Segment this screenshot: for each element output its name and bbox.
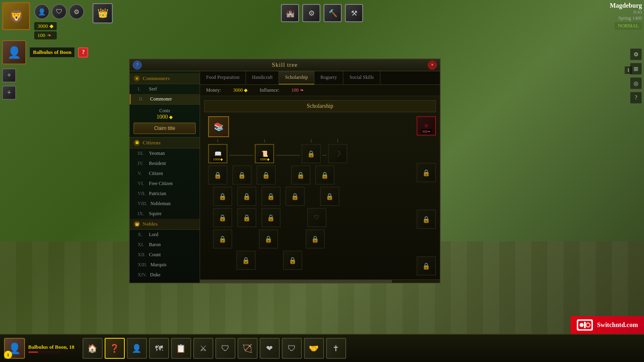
skill-node-6b[interactable]: 🔒 bbox=[283, 251, 302, 270]
nobleman-label: Nobleman bbox=[151, 201, 171, 207]
side-spacer-2 bbox=[404, 184, 436, 208]
bottom-player-info: Balbulus of Boon, 18 bbox=[28, 344, 74, 353]
nobles-label: Nobles bbox=[142, 221, 158, 227]
costs-section: Costs 1000 ◆ Claim title bbox=[130, 104, 200, 138]
char-question-icon[interactable]: ? bbox=[78, 47, 88, 58]
skill-node-5c[interactable]: 🔒 bbox=[305, 229, 325, 249]
skill-node-4d[interactable]: 🛡 bbox=[307, 208, 326, 227]
bottom-btn-bow[interactable]: 🏹 bbox=[237, 338, 258, 359]
root-node-icon: 📚 bbox=[214, 122, 224, 132]
serf-label: Serf bbox=[149, 86, 157, 92]
rank-patrician[interactable]: VII. Patrician bbox=[130, 189, 200, 199]
dialog-help-button[interactable]: ? bbox=[133, 61, 142, 70]
skill-node-side-4[interactable]: 🔒 bbox=[417, 256, 436, 276]
skill-node-4c[interactable]: 🔒 bbox=[261, 208, 281, 227]
tool-btn-4[interactable]: ⚒ bbox=[345, 4, 363, 22]
tab-social-skills[interactable]: Social Skills bbox=[343, 71, 380, 84]
skill-node-2d[interactable]: 🔒 bbox=[291, 165, 310, 185]
scholarship-section-title: Scholarship bbox=[204, 100, 436, 112]
rank-resident[interactable]: IV. Resident bbox=[130, 158, 200, 169]
difficulty-badge: NORMAL bbox=[615, 22, 642, 30]
rank-lord[interactable]: X. Lord bbox=[130, 230, 200, 240]
skill-node-side-1[interactable]: 500❧ ⚜ bbox=[417, 116, 436, 136]
bottom-btn-person[interactable]: 👤 bbox=[127, 338, 147, 359]
skill-node-2e[interactable]: 🔒 bbox=[315, 165, 334, 185]
skill-node-2b[interactable]: 🔒 bbox=[232, 165, 252, 185]
bottom-btn-map[interactable]: 🗺 bbox=[149, 338, 169, 359]
skill-node-3b[interactable]: 🔒 bbox=[237, 187, 256, 206]
crown-icon[interactable]: 👑 bbox=[93, 3, 113, 23]
skill-node-3d[interactable]: 🔒 bbox=[285, 187, 305, 206]
tool-btn-1[interactable]: 🏰 bbox=[281, 4, 299, 22]
skill-node-1a[interactable]: 1000◆ 📖 bbox=[208, 144, 227, 163]
skill-node-root[interactable]: 📚 bbox=[208, 116, 229, 137]
bottom-btn-shield2[interactable]: 🛡 bbox=[282, 338, 302, 359]
bottom-btn-cross[interactable]: ✝ bbox=[326, 338, 346, 359]
tree-row-4: 🔒 🔒 🔒 🛡 bbox=[204, 208, 400, 227]
rank-baron[interactable]: XI. Baron bbox=[130, 240, 200, 250]
rank-count[interactable]: XII. Count bbox=[130, 250, 200, 260]
player-icons: 👤 🛡 ⚙ bbox=[34, 4, 84, 19]
tab-handicraft[interactable]: Handicraft bbox=[246, 71, 279, 84]
plus-btn-1[interactable]: + bbox=[2, 68, 16, 82]
right-btn-4[interactable]: ? bbox=[630, 92, 642, 104]
plus-btn-2[interactable]: + bbox=[2, 86, 16, 100]
rank-commoner[interactable]: II. Commoner bbox=[130, 94, 200, 104]
bottom-btn-home[interactable]: 🏠 bbox=[83, 338, 103, 359]
player-portrait-icon[interactable]: 👤 bbox=[34, 4, 50, 19]
yeoman-num: III. bbox=[138, 150, 146, 156]
tool-btn-3[interactable]: 🔨 bbox=[324, 4, 342, 22]
tab-roguery[interactable]: Roguery bbox=[314, 71, 343, 84]
dialog-close-button[interactable]: × bbox=[428, 61, 437, 70]
influence-bar-label: Influence: bbox=[260, 87, 279, 93]
skill-node-5b[interactable]: 🔒 bbox=[259, 229, 278, 249]
skill-node-4b[interactable]: 🔒 bbox=[237, 208, 256, 227]
skill-node-2c[interactable]: 🔒 bbox=[256, 165, 276, 185]
skill-node-3e[interactable]: 🔒 bbox=[320, 187, 339, 206]
bottom-btn-heart[interactable]: ❤ bbox=[260, 338, 280, 359]
rank-free-citizen[interactable]: VI. Free Citizen bbox=[130, 179, 200, 189]
rank-nobleman[interactable]: VIII. Nobleman bbox=[130, 199, 200, 209]
tree-row-3: 🔒 🔒 🔒 🔒 🔒 bbox=[204, 187, 400, 206]
skill-node-5a[interactable]: 🔒 bbox=[213, 229, 232, 249]
skill-node-side-3[interactable]: 🔒 bbox=[417, 210, 436, 229]
right-btn-1[interactable]: ⚙ bbox=[630, 48, 642, 60]
right-btn-3[interactable]: ◎ bbox=[630, 77, 642, 89]
skill-node-2a[interactable]: 🔒 bbox=[208, 165, 227, 185]
rank-citizen[interactable]: V. Citizen bbox=[130, 169, 200, 179]
rank-squire[interactable]: IX. Squire bbox=[130, 209, 200, 219]
claim-title-button[interactable]: Claim title bbox=[134, 123, 196, 134]
rank-duke[interactable]: XIV. Duke bbox=[130, 270, 200, 280]
skill-node-1b[interactable]: 1000◆ 📜 bbox=[255, 144, 274, 163]
skill-node-side-2[interactable]: 🔒 bbox=[417, 163, 436, 182]
skill-node-1c[interactable]: 🔒 bbox=[301, 144, 321, 163]
costs-gem-icon: ◆ bbox=[169, 114, 173, 120]
rank-marquis[interactable]: XIII. Marquis bbox=[130, 260, 200, 270]
tab-scholarship[interactable]: Scholarship bbox=[279, 71, 314, 84]
gear-hud-icon[interactable]: ⚙ bbox=[69, 4, 84, 19]
tab-food-preparation[interactable]: Food Preparation bbox=[200, 71, 246, 84]
tool-btn-2[interactable]: ⚙ bbox=[302, 4, 320, 22]
skill-node-6a[interactable]: 🔒 bbox=[236, 251, 256, 270]
node-4d-icon: 🛡 bbox=[314, 214, 320, 221]
side-row-2: 🔒 bbox=[404, 163, 436, 182]
rank-serf[interactable]: I. Serf bbox=[130, 84, 200, 94]
bottom-btn-question[interactable]: ❓ bbox=[105, 338, 125, 359]
bottom-btn-clipboard[interactable]: 📋 bbox=[171, 338, 191, 359]
skill-node-3c[interactable]: 🔒 bbox=[261, 187, 281, 206]
bottom-btn-sword[interactable]: ⚔ bbox=[193, 338, 213, 359]
bottom-btn-shield[interactable]: 🛡 bbox=[215, 338, 235, 359]
rank-yeoman[interactable]: III. Yeoman bbox=[130, 148, 200, 158]
skill-node-4a[interactable]: 🔒 bbox=[213, 208, 232, 227]
bottom-btn-handshake[interactable]: 🤝 bbox=[304, 338, 324, 359]
skill-node-3a[interactable]: 🔒 bbox=[213, 187, 232, 206]
bow-icon: 🏹 bbox=[242, 343, 252, 353]
scrollbar-thumb[interactable] bbox=[200, 280, 392, 283]
question-icon: ❓ bbox=[109, 343, 120, 353]
bottom-player: 👤 1 Balbulus of Boon, 18 bbox=[4, 338, 74, 359]
shield-hud-icon[interactable]: 🛡 bbox=[52, 4, 67, 19]
scrollbar-area[interactable] bbox=[200, 280, 440, 283]
rank-archduke[interactable]: XV. Archduke bbox=[130, 280, 200, 283]
skill-node-1d[interactable]: ☽ bbox=[328, 144, 347, 163]
citizen-label: Citizen bbox=[149, 171, 163, 177]
